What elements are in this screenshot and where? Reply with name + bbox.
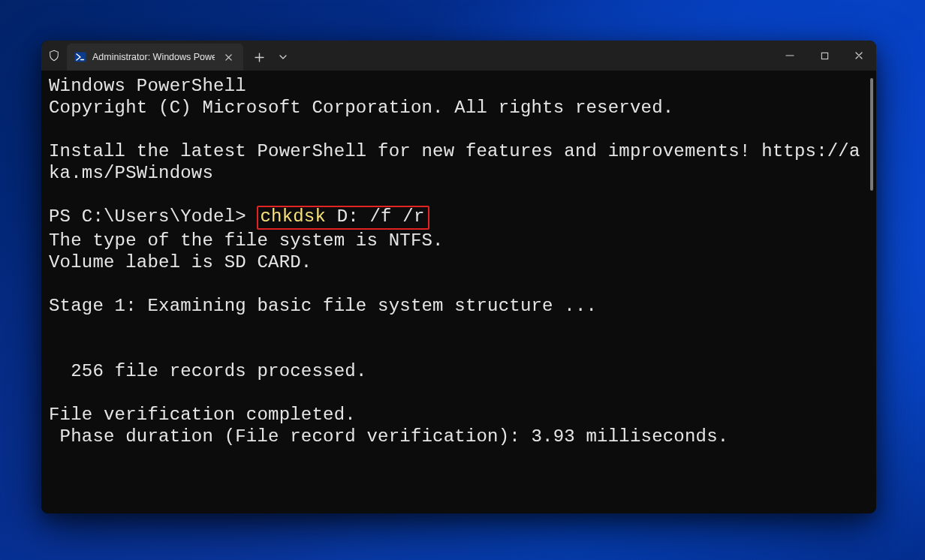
maximize-button[interactable] (807, 41, 842, 71)
output-line: Stage 1: Examining basic file system str… (49, 296, 597, 316)
terminal-window: Administrator: Windows Powe (41, 41, 876, 513)
output-line: Phase duration (File record verification… (49, 426, 728, 447)
scrollbar-thumb[interactable] (870, 78, 873, 191)
install-hint: Install the latest PowerShell for new fe… (49, 141, 860, 183)
titlebar-left: Administrator: Windows Powe (41, 41, 294, 71)
output-line: Volume label is SD CARD. (49, 252, 312, 272)
tab-close-button[interactable] (221, 50, 236, 65)
command-highlight-box: chkdsk D: /f /r (257, 206, 429, 230)
tab-active[interactable]: Administrator: Windows Powe (67, 44, 243, 71)
terminal-content: Windows PowerShell Copyright (C) Microso… (41, 71, 876, 462)
output-line: 256 file records processed. (49, 361, 366, 381)
prompt: PS C:\Users\Yodel> (49, 206, 257, 227)
tab-title: Administrator: Windows Powe (92, 52, 215, 62)
tab-dropdown-button[interactable] (272, 46, 294, 68)
terminal-viewport[interactable]: Windows PowerShell Copyright (C) Microso… (41, 71, 876, 513)
window-close-button[interactable] (842, 41, 876, 71)
output-line: File verification completed. (49, 405, 356, 425)
window-controls (773, 41, 876, 71)
titlebar: Administrator: Windows Powe (41, 41, 876, 71)
powershell-icon (74, 51, 86, 63)
banner-line: Copyright (C) Microsoft Corporation. All… (49, 98, 673, 118)
minimize-button[interactable] (773, 41, 807, 71)
svg-rect-1 (821, 53, 827, 59)
tab-actions (243, 41, 294, 71)
banner-line: Windows PowerShell (49, 76, 246, 96)
shield-icon (41, 41, 67, 71)
command-name: chkdsk (260, 206, 326, 227)
scrollbar-track[interactable] (870, 78, 873, 506)
output-line: The type of the file system is NTFS. (49, 230, 444, 251)
new-tab-button[interactable] (248, 46, 270, 68)
command-args: D: /f /r (326, 206, 424, 227)
titlebar-drag-region[interactable] (294, 41, 773, 71)
